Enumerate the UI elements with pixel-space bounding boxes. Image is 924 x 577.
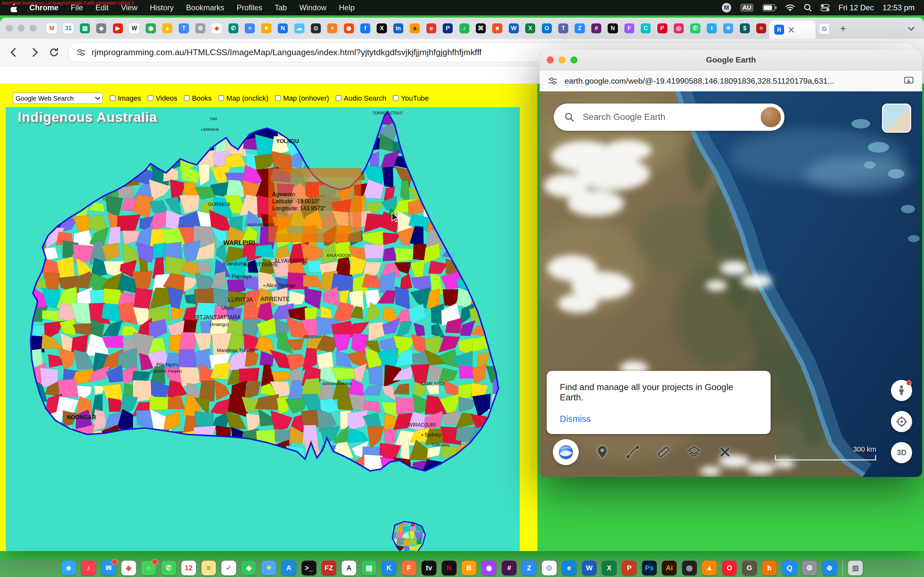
dock-mail-icon[interactable]: ✉	[101, 561, 116, 575]
dock-appstore-icon[interactable]: A	[281, 561, 296, 575]
dock-calendar-icon[interactable]: 12	[181, 561, 196, 575]
videos-checkbox[interactable]	[148, 95, 154, 102]
back-icon[interactable]	[8, 47, 20, 58]
checkbox-images[interactable]: Images	[110, 94, 141, 103]
dock-zoom-icon[interactable]: Z	[522, 561, 536, 575]
3d-button[interactable]: 3D	[891, 442, 912, 463]
install-app-icon[interactable]	[903, 76, 914, 86]
ge-search-input[interactable]	[582, 111, 754, 123]
pinned-tab-facebook[interactable]: f	[357, 18, 373, 38]
dock-illustrator-icon[interactable]: Ai	[662, 561, 677, 575]
pinned-tab-teams[interactable]: T	[555, 18, 572, 38]
dock-firefox-icon[interactable]: F	[402, 561, 417, 575]
dock-finder-icon[interactable]: ☻	[61, 561, 76, 575]
background-tab[interactable]: G	[816, 19, 833, 39]
battery-icon[interactable]	[762, 4, 777, 11]
dock-books-icon[interactable]: B	[462, 561, 477, 575]
tab-search-chevron-icon[interactable]	[904, 22, 918, 36]
pinned-tab-telegram[interactable]: t	[704, 18, 720, 38]
spotlight-icon[interactable]	[804, 3, 812, 12]
dock-chrome-icon[interactable]: ⊙	[542, 561, 557, 575]
tools-icon[interactable]	[718, 445, 732, 459]
dock-notes-icon[interactable]: ≡	[202, 561, 216, 575]
dock-powerpoint-icon[interactable]: P	[622, 561, 636, 575]
ge-site-settings-icon[interactable]	[548, 76, 557, 85]
dock-photos-icon[interactable]: ◈	[121, 561, 136, 575]
web-search-select[interactable]: Google Web Search	[13, 93, 102, 104]
dock-netflix-icon[interactable]: N	[442, 561, 457, 575]
dock-messages-icon[interactable]: ○	[141, 561, 156, 575]
pinned-tab-slack[interactable]: #	[588, 18, 604, 38]
layers-icon[interactable]	[687, 445, 701, 459]
dock-opera-icon[interactable]: O	[722, 561, 737, 575]
dock-reminders-icon[interactable]: ✓	[221, 561, 236, 575]
menu-date[interactable]: Fri 12 Dec	[838, 3, 874, 12]
checkbox-books[interactable]: Books	[184, 94, 212, 103]
minimize-window-button[interactable]	[18, 25, 25, 32]
indigenous-australia-map[interactable]: Indigenous Australia TORRES STRAITTIWILA…	[6, 107, 520, 551]
close-window-button[interactable]	[6, 25, 13, 32]
audio-search-checkbox[interactable]	[336, 95, 342, 102]
pinned-tab-notion[interactable]: N	[604, 18, 621, 38]
compass-button[interactable]	[891, 411, 912, 432]
pinned-tab-drive[interactable]: ▲	[159, 18, 176, 38]
dock-slack-icon[interactable]: #	[502, 561, 517, 575]
pinned-tab-instagram[interactable]: ◎	[670, 18, 687, 38]
pinned-tab-cloud[interactable]: ☁	[291, 18, 307, 38]
pinned-tab-zoom[interactable]: Z	[572, 18, 588, 38]
pinned-tab-paypal[interactable]: P	[439, 18, 456, 38]
pinned-tab-excel[interactable]: X	[522, 18, 538, 38]
status-menu-icon[interactable]: M	[722, 3, 731, 12]
dock-excel-icon[interactable]: X	[602, 561, 617, 575]
pinned-tab-security[interactable]: ◆	[93, 18, 110, 38]
pinned-tab-ebay[interactable]: e	[423, 18, 439, 38]
pinned-tab-translate[interactable]: T	[176, 18, 192, 38]
dock-music-icon[interactable]: ♪	[81, 561, 96, 575]
pinned-tab-bbc[interactable]: ≡	[753, 18, 769, 38]
reload-icon[interactable]	[48, 47, 60, 58]
youtube-checkbox[interactable]	[393, 95, 399, 102]
dock-trash-icon[interactable]: ▥	[848, 561, 863, 575]
dock-settings-icon[interactable]: ⚙	[802, 561, 817, 575]
pinned-tab-meet[interactable]: ✆	[225, 18, 242, 38]
wifi-icon[interactable]	[785, 4, 795, 11]
dock-facetime-icon[interactable]: ✆	[162, 561, 176, 575]
pinned-tab-amazon[interactable]: a	[407, 18, 423, 38]
dock-photoshop-icon[interactable]: Ps	[642, 561, 657, 575]
menu-help[interactable]: Help	[339, 3, 355, 12]
dock-podcasts-icon[interactable]: ◉	[481, 561, 496, 575]
pinned-tab-sheets[interactable]: ▤	[77, 18, 93, 38]
dock-weather-icon[interactable]: ☀	[262, 561, 276, 575]
pinned-tab-github[interactable]: ⊙	[308, 18, 324, 38]
checkbox-map-onhover[interactable]: Map (onhover)	[275, 94, 329, 103]
ge-map-view[interactable]: Find and manage all your projects in Goo…	[540, 91, 922, 477]
globe-button[interactable]	[553, 439, 579, 465]
dock-numbers-icon[interactable]: ▤	[362, 561, 376, 575]
dock-terminal-icon[interactable]: >_	[302, 561, 317, 575]
dock-appletv-icon[interactable]: tv	[422, 561, 436, 575]
dock-word-icon[interactable]: W	[582, 561, 597, 575]
forward-icon[interactable]	[28, 47, 40, 58]
dismiss-link[interactable]: Dismiss	[560, 414, 758, 424]
input-source-indicator[interactable]: AU	[740, 3, 754, 12]
minimap-thumbnail[interactable]	[882, 103, 911, 132]
ge-url-text[interactable]: earth.google.com/web/@-19.41990588,146.1…	[565, 77, 897, 85]
pinned-tab-photos[interactable]: ◈	[208, 18, 225, 38]
pinned-tab-docs[interactable]: ≡	[242, 18, 258, 38]
ge-search-bar[interactable]	[554, 103, 784, 131]
pinned-tab-twitter[interactable]: X	[373, 18, 390, 38]
account-avatar[interactable]	[761, 107, 780, 127]
dock-filezilla-icon[interactable]: FZ	[321, 561, 336, 575]
pinned-tab-settings[interactable]: ⚙	[192, 18, 208, 38]
tab-close-icon[interactable]	[788, 27, 794, 33]
dock-vlc-icon[interactable]: ▲	[702, 561, 717, 575]
australia-map-svg[interactable]	[6, 107, 520, 551]
pinned-tab-stackoverflow[interactable]: ≡	[324, 18, 341, 38]
pegman-button[interactable]	[891, 380, 912, 401]
pinned-tab-reddit[interactable]: ◉	[341, 18, 357, 38]
pinned-tab-microsoft[interactable]: ■	[489, 18, 505, 38]
pinned-tab-banking[interactable]: $	[737, 18, 753, 38]
zoom-window-button[interactable]	[29, 25, 37, 32]
pinned-tab-youtube[interactable]: ▶	[110, 18, 126, 38]
window-controls[interactable]	[6, 18, 36, 39]
